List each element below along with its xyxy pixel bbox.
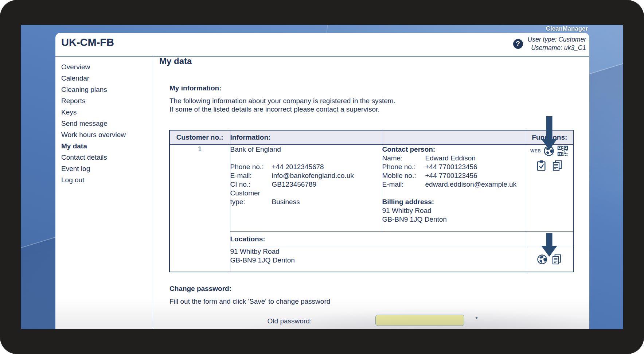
info-line-2: If some of the listed details are incorr… bbox=[169, 105, 380, 113]
contact-person-heading: Contact person: bbox=[382, 145, 436, 153]
location-functions-cell bbox=[526, 247, 573, 272]
locations-row: 91 Whitby Road GB-BN9 1JQ Denton bbox=[169, 247, 573, 272]
customer-table: Customer no.: Information: Functions: 1 … bbox=[169, 130, 574, 272]
information-cell: Bank of England Phone no.: +44 201234567… bbox=[230, 145, 382, 232]
functions-cell: WEB bbox=[526, 145, 573, 232]
column-header-information: Information: bbox=[230, 130, 382, 145]
window-header: UK-CM-FB ? User type: Customer Username:… bbox=[55, 33, 589, 57]
contact-field: E-mail: edward.eddison@example.uk bbox=[382, 180, 526, 189]
checklist-icon[interactable] bbox=[536, 160, 547, 171]
sidebar-item-event-log[interactable]: Event log bbox=[55, 163, 153, 174]
globe-icon[interactable] bbox=[537, 254, 547, 265]
contact-field: Mobile no.: +44 7700123456 bbox=[382, 171, 526, 180]
info-line-1: The following information about your com… bbox=[169, 97, 395, 105]
contact-cell: Contact person: Name: Edward Eddison Pho… bbox=[382, 145, 526, 232]
table-row: 1 Bank of England Phone no.: +44 2012345… bbox=[169, 145, 573, 232]
web-label: WEB bbox=[530, 148, 541, 153]
column-header-functions: Functions: bbox=[526, 130, 573, 145]
sidebar-item-log-out[interactable]: Log out bbox=[55, 174, 153, 186]
field-value: edward.eddison@example.uk bbox=[425, 180, 526, 189]
change-password-instruction: Fill out the form and click 'Save' to ch… bbox=[169, 297, 330, 306]
field-label: CI no.: bbox=[230, 180, 272, 189]
sidebar-item-overview[interactable]: Overview bbox=[55, 61, 153, 73]
field-value: +44 7700123456 bbox=[425, 171, 526, 180]
locations-heading: Locations: bbox=[230, 232, 526, 247]
info-field: CI no.: GB123456789 bbox=[230, 180, 382, 189]
field-value: +44 7700123456 bbox=[425, 163, 526, 171]
my-information-text: The following information about your com… bbox=[169, 97, 395, 113]
field-value: Business bbox=[272, 198, 382, 206]
sidebar-item-my-data[interactable]: My data bbox=[55, 140, 153, 152]
sidebar-item-send-message[interactable]: Send message bbox=[55, 118, 153, 129]
sidebar-nav: Overview Calendar Cleaning plans Reports… bbox=[55, 57, 153, 329]
column-header-customer-no: Customer no.: bbox=[169, 130, 230, 145]
info-field: Phone no.: +44 2012345678 bbox=[230, 163, 382, 171]
field-value: info@bankofengland.co.uk bbox=[272, 171, 382, 180]
device-frame: CleanManager UK-CM-FB ? User type: Custo… bbox=[0, 0, 644, 354]
app-window: UK-CM-FB ? User type: Customer Username:… bbox=[55, 33, 589, 329]
field-label: Phone no.: bbox=[382, 163, 425, 171]
field-label: Mobile no.: bbox=[382, 171, 425, 180]
old-password-input[interactable] bbox=[375, 315, 464, 326]
table-header-row: Customer no.: Information: Functions: bbox=[169, 130, 573, 145]
globe-icon[interactable] bbox=[543, 145, 554, 156]
qr-code-icon[interactable] bbox=[557, 145, 569, 157]
contact-field: Phone no.: +44 7700123456 bbox=[382, 163, 526, 171]
location-address-line: GB-BN9 1JQ Denton bbox=[230, 256, 526, 265]
sidebar-item-reports[interactable]: Reports bbox=[55, 95, 153, 106]
brand-logo: CleanManager bbox=[546, 25, 588, 32]
desktop-background: CleanManager UK-CM-FB ? User type: Custo… bbox=[21, 25, 623, 329]
my-information-heading: My information: bbox=[169, 84, 222, 92]
field-label: E-mail: bbox=[382, 180, 425, 189]
billing-address-heading: Billing address: bbox=[382, 198, 434, 206]
copy-icon[interactable] bbox=[551, 160, 563, 171]
location-address-cell: 91 Whitby Road GB-BN9 1JQ Denton bbox=[230, 247, 526, 272]
spacer bbox=[230, 154, 382, 163]
copy-icon[interactable] bbox=[551, 254, 562, 265]
info-field: E-mail: info@bankofengland.co.uk bbox=[230, 171, 382, 180]
required-marker: * bbox=[475, 315, 478, 323]
location-address-line: 91 Whitby Road bbox=[230, 247, 526, 256]
sidebar-item-cleaning-plans[interactable]: Cleaning plans bbox=[55, 84, 153, 95]
page-title: My data bbox=[159, 56, 192, 66]
customer-number-cell: 1 bbox=[169, 145, 230, 272]
company-name: Bank of England bbox=[230, 145, 382, 154]
sidebar-item-work-hours-overview[interactable]: Work hours overview bbox=[55, 129, 153, 140]
field-value: Edward Eddison bbox=[425, 154, 526, 163]
user-info-box: ? User type: Customer Username: uk3_C1 bbox=[513, 35, 586, 52]
billing-address-line: 91 Whitby Road bbox=[382, 206, 526, 215]
user-type-label: User type: Customer bbox=[528, 35, 586, 44]
old-password-label: Old password: bbox=[169, 317, 312, 325]
username-label: Username: uk3_C1 bbox=[528, 44, 586, 52]
sidebar-item-contact-details[interactable]: Contact details bbox=[55, 152, 153, 163]
info-field: Customer type: Business bbox=[230, 189, 382, 206]
field-label: E-mail: bbox=[230, 171, 272, 180]
window-title: UK-CM-FB bbox=[61, 36, 114, 48]
help-icon[interactable]: ? bbox=[513, 39, 523, 49]
field-value: GB123456789 bbox=[272, 180, 382, 189]
field-label: Name: bbox=[382, 154, 425, 163]
change-password-heading: Change password: bbox=[169, 285, 231, 293]
column-header-contact bbox=[382, 130, 526, 145]
sidebar-item-keys[interactable]: Keys bbox=[55, 106, 153, 118]
locations-header-row: Locations: bbox=[169, 232, 573, 247]
field-label: Phone no.: bbox=[230, 163, 272, 171]
user-info: User type: Customer Username: uk3_C1 bbox=[528, 35, 586, 52]
billing-address-line: GB-BN9 1JQ Denton bbox=[382, 215, 526, 224]
locations-functions-header-cell bbox=[526, 232, 573, 247]
contact-field: Name: Edward Eddison bbox=[382, 154, 526, 163]
sidebar-item-calendar[interactable]: Calendar bbox=[55, 73, 153, 84]
field-value: +44 2012345678 bbox=[272, 163, 382, 171]
spacer bbox=[382, 189, 526, 198]
field-label: Customer type: bbox=[230, 189, 272, 206]
